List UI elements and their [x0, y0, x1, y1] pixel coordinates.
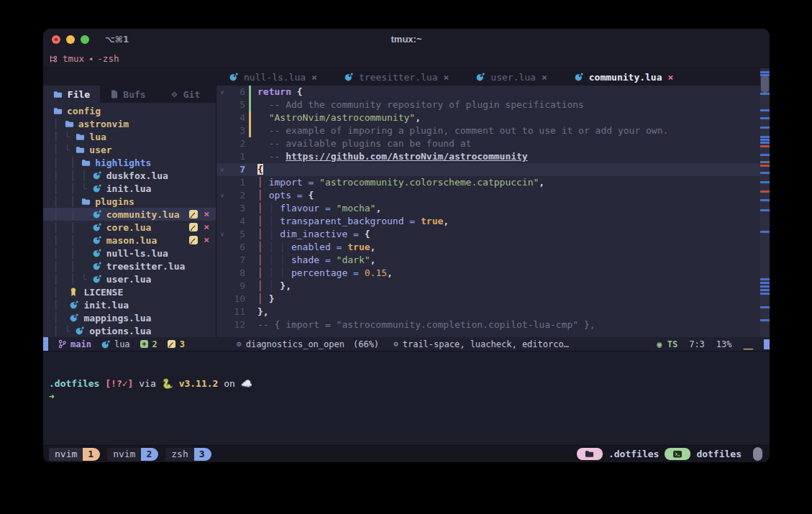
buffer-tab-null-ls-lua[interactable]: null-ls.lua× [229, 72, 317, 83]
diagnostic-mark-blue [760, 282, 770, 284]
code-line[interactable]: 6│ │ │ enabled = true, [216, 241, 770, 254]
tree-item-highlights[interactable]: │ │ highlights [43, 156, 216, 169]
tmux-window-number: 3 [194, 448, 211, 461]
code-line[interactable]: 8│ │ │ percentage = 0.15, [216, 267, 770, 280]
tree-item-init-lua[interactable]: │ │ └ init.lua [43, 182, 216, 195]
gear-icon: ⚙ [393, 339, 398, 349]
editor-scrollbar[interactable] [760, 68, 770, 337]
tree-item-config[interactable]: config [43, 104, 216, 117]
sidebar-tab-file[interactable]: File [43, 86, 100, 103]
code-line[interactable]: 1│ import = "astrocommunity.colorscheme.… [216, 176, 770, 189]
tree-item-core-lua[interactable]: │ │ core.lua× [43, 221, 216, 234]
tree-item-user[interactable]: │ └ user [43, 143, 216, 156]
code-line[interactable]: 4│ │ transparent_background = true, [216, 215, 770, 228]
prompt-directory: .dotfiles [49, 378, 99, 389]
code-text: │ │ transparent_background = true, [257, 215, 449, 228]
tree-item-null-ls-lua[interactable]: │ │ null-ls.lua [43, 247, 216, 260]
code-line[interactable]: 3│ │ flavour = "mocha", [216, 202, 770, 215]
line-number: 3 [228, 124, 245, 137]
lua-icon [93, 275, 101, 283]
lua-icon [76, 326, 84, 335]
cloud-icon: ☁️ [241, 378, 252, 389]
diagnostic-mark-blue [760, 306, 770, 308]
git-sign [249, 318, 251, 331]
fold-icon[interactable]: ∨ [216, 86, 228, 98]
tree-item-duskfox-lua[interactable]: │ │ │ duskfox.lua [43, 169, 216, 182]
neotree-source-tabs: FileBufsGit [43, 86, 216, 103]
fold-icon[interactable]: ∨ [216, 189, 228, 202]
tree-item-LICENSE[interactable]: │ LICENSE [43, 285, 216, 298]
tree-item-mason-lua[interactable]: │ │ mason.lua× [43, 234, 216, 247]
sidebar-tab-bufs[interactable]: Bufs [100, 86, 157, 103]
diagnostic-mark-blue [760, 319, 770, 321]
tree-item-astronvim[interactable]: │ astronvim [43, 117, 216, 130]
shell-pane[interactable]: .dotfiles [!?✓] via 🐍 v3.11.2 on ☁️ ➜ [43, 352, 770, 445]
iterm-tab-bar[interactable]: tmux ◀ -zsh [43, 50, 770, 68]
tree-item-user-lua[interactable]: │ │ └ user.lua [43, 272, 216, 285]
close-buffer-icon[interactable]: × [311, 72, 317, 83]
code-line[interactable]: ∨7{ [216, 163, 770, 176]
code-line[interactable]: 4 "AstroNvim/astrocommunity", [216, 111, 770, 124]
code-line[interactable]: ∨2│ opts = { [216, 189, 770, 202]
tmux-tab-name: tmux [63, 53, 84, 64]
git-sign [249, 137, 251, 150]
code-text: │ │ }, [257, 280, 291, 293]
prompt-input-line[interactable]: ➜ [49, 390, 770, 403]
lua-icon [345, 73, 353, 81]
code-line[interactable]: 3 -- example of imporing a plugin, comme… [216, 124, 770, 137]
git-sign [249, 228, 251, 241]
sidebar-tab-git[interactable]: Git [157, 86, 214, 103]
tmux-right: .dotfiles dotfiles [577, 447, 762, 461]
close-buffer-icon[interactable]: × [444, 72, 450, 83]
code-line[interactable]: 2 -- available plugins can be found at [216, 137, 770, 150]
scrollbar-thumb[interactable] [761, 75, 769, 93]
code-line[interactable]: 7│ │ │ shade = "dark", [216, 254, 770, 267]
fold-icon[interactable]: ∨ [216, 228, 228, 241]
tree-item-options-lua[interactable]: │ └ options.lua [43, 324, 216, 337]
code-line[interactable]: ∨5│ │ dim_inactive = { [216, 228, 770, 241]
code-text: -- https://github.com/AstroNvim/astrocom… [257, 150, 528, 163]
buffer-tab-treesitter-lua[interactable]: treesitter.lua× [345, 72, 449, 83]
tmux-window-1[interactable]: nvim1 [49, 448, 100, 461]
line-number: 2 [228, 189, 245, 202]
code-line[interactable]: 9│ │ }, [216, 280, 770, 293]
code-line[interactable]: 10│ } [216, 293, 770, 306]
close-buffer-icon[interactable]: × [668, 72, 674, 83]
session-icon [673, 451, 682, 458]
tree-item-label: plugins [95, 196, 134, 207]
lua-icon [93, 171, 101, 180]
tmux-window-name: zsh [165, 448, 193, 461]
code-line[interactable]: 11}, [216, 306, 770, 318]
filetype: lua [101, 339, 130, 349]
cursor-position: 7:3 [689, 339, 705, 349]
tmux-window-3[interactable]: zsh3 [165, 448, 211, 461]
code-area[interactable]: ∨6return {5 -- Add the community reposit… [216, 86, 770, 337]
close-buffer-icon[interactable]: × [542, 72, 547, 83]
tree-item-community-lua[interactable]: │ │ community.lua× [43, 208, 216, 221]
tree-indent-guides: │ [53, 300, 70, 311]
tree-item-treesitter-lua[interactable]: │ │ treesitter.lua [43, 260, 216, 272]
tree-item-init-lua[interactable]: │ init.lua [43, 298, 216, 311]
tree-item-lua[interactable]: │ └ lua [43, 130, 216, 143]
tree-item-label: mappings.lua [83, 313, 151, 323]
tree-item-plugins[interactable]: │ │ plugins [43, 195, 216, 208]
code-text: │ import = "astrocommunity.colorscheme.c… [257, 176, 544, 189]
code-line[interactable]: 12-- { import = "astrocommunity.completi… [216, 318, 770, 331]
git-status-badges: × [189, 236, 209, 244]
buffer-tab-community-lua[interactable]: community.lua× [575, 72, 674, 83]
code-line[interactable]: ∨6return { [216, 86, 770, 98]
tree-item-mappings-lua[interactable]: │ mappings.lua [43, 311, 216, 324]
git-sign [249, 215, 251, 228]
code-line[interactable]: 1 -- https://github.com/AstroNvim/astroc… [216, 150, 770, 163]
fold-icon[interactable]: ∨ [216, 163, 228, 176]
code-text: { [257, 163, 263, 176]
git-added-count: 2 [152, 339, 158, 349]
tree-item-label: user.lua [106, 274, 152, 285]
unstaged-badge-icon: × [204, 224, 209, 231]
code-text: -- available plugins can be found at [257, 137, 471, 150]
tmux-window-2[interactable]: nvim2 [107, 448, 158, 461]
code-line[interactable]: 5 -- Add the community repository of plu… [216, 98, 770, 111]
code-text: │ opts = { [257, 189, 314, 202]
buffer-tab-user-lua[interactable]: user.lua× [476, 72, 547, 83]
progress-icon: ⊙ [237, 339, 242, 349]
